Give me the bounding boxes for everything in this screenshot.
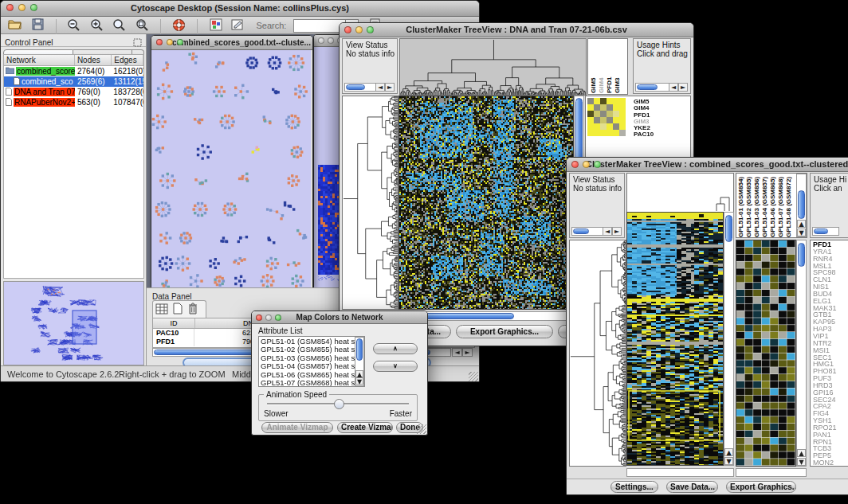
delete-attribute-icon[interactable]: [188, 303, 198, 318]
animate-vizmap-button[interactable]: Animate Vizmap: [261, 422, 333, 433]
scroll-down-arrow[interactable]: ▼: [797, 229, 806, 236]
table-mode-icon[interactable]: [155, 303, 168, 318]
zoom-out-icon[interactable]: [65, 18, 84, 36]
close-button[interactable]: [6, 4, 14, 11]
column-header[interactable]: Nodes: [75, 55, 112, 65]
tv2-global-vscrollbar[interactable]: ▲ ▼: [724, 212, 734, 466]
column-header[interactable]: Network: [4, 55, 75, 65]
tv2-column-dendrogram[interactable]: [626, 173, 734, 212]
slider-thumb[interactable]: [334, 399, 344, 409]
minimize-button[interactable]: [167, 39, 173, 45]
annotation-icon[interactable]: [229, 18, 248, 36]
scroll-thumb[interactable]: [798, 190, 805, 219]
float-panel-icon[interactable]: [133, 36, 142, 50]
network-table-row[interactable]: combined_sco2569(6)13112(15): [4, 76, 143, 87]
scroll-thumb[interactable]: [637, 84, 658, 90]
attribute-listbox[interactable]: GPL51-01 (GSM854) heat shock 05 minGPL51…: [258, 336, 365, 387]
treeview2-titlebar[interactable]: ClusterMaker TreeView : combined_scores_…: [567, 158, 848, 172]
scroll-left-arrow[interactable]: ◄: [452, 348, 462, 357]
zoom-button[interactable]: [367, 26, 374, 33]
tv2-row-dendrogram[interactable]: [569, 240, 626, 467]
move-down-button[interactable]: ∨: [373, 361, 418, 372]
tv1-similarity-matrix[interactable]: [587, 98, 626, 136]
network-table-row[interactable]: RNAPuberNov2+563(0)107847(0): [4, 97, 143, 107]
scroll-thumb[interactable]: [346, 84, 365, 90]
scroll-thumb[interactable]: [798, 243, 805, 267]
create-vizmap-button[interactable]: Create Vizmap: [337, 422, 393, 433]
network-overview-canvas[interactable]: [3, 281, 144, 365]
scroll-down-arrow[interactable]: ▼: [355, 377, 363, 385]
data-table-header-id[interactable]: ID: [153, 318, 195, 328]
tv2-global-hscrollbar[interactable]: [626, 468, 734, 477]
zoom-button[interactable]: [594, 161, 601, 168]
vizmapper-node-icon[interactable]: [206, 18, 226, 36]
scroll-up-arrow[interactable]: ▲: [355, 370, 363, 377]
tv2-collabel-vscrollbar[interactable]: ▲ ▼: [796, 174, 807, 237]
zoom-button[interactable]: [30, 4, 37, 11]
zoom-button[interactable]: [275, 315, 281, 321]
attribute-list-scrollbar[interactable]: ▲ ▼: [355, 337, 364, 386]
animation-speed-slider[interactable]: [267, 403, 409, 405]
column-header[interactable]: Edges: [112, 55, 143, 65]
scroll-left-arrow[interactable]: ◄: [603, 227, 612, 236]
resize-grip[interactable]: [417, 424, 426, 434]
minimize-button[interactable]: [355, 26, 363, 33]
open-session-icon[interactable]: [6, 18, 25, 36]
tv2-zoom-hscrollbar[interactable]: [736, 468, 807, 477]
attribute-list-item[interactable]: GPL51-07 (GSM868) heat shock 60 min: [261, 379, 363, 387]
help-lifering-icon[interactable]: [170, 18, 189, 36]
tv2-settings-button[interactable]: Settings...: [610, 481, 658, 493]
tv2-save-data-button[interactable]: Save Data...: [666, 481, 718, 493]
tv1-column-dendrogram[interactable]: [399, 38, 587, 96]
tv2-global-heatmap[interactable]: [626, 212, 724, 466]
network-table-row[interactable]: DNA and Tran 07769(0)183728(0): [4, 87, 143, 97]
scroll-right-arrow[interactable]: ►: [385, 83, 395, 92]
scroll-up-arrow[interactable]: ▲: [797, 449, 806, 457]
search-input[interactable]: [293, 19, 346, 33]
treeview1-titlebar[interactable]: ClusterMaker TreeView : DNA and Tran 07-…: [340, 23, 693, 37]
move-up-button[interactable]: ∧: [373, 343, 418, 354]
minimize-button[interactable]: [583, 161, 590, 168]
view-status-scrollbar[interactable]: [571, 227, 603, 236]
close-button[interactable]: [571, 161, 579, 168]
scroll-up-arrow[interactable]: ▲: [797, 220, 806, 228]
minimize-button[interactable]: [18, 4, 26, 11]
network-canvas[interactable]: [151, 50, 311, 287]
scroll-right-arrow[interactable]: ►: [678, 83, 688, 92]
resize-grip[interactable]: [469, 372, 478, 381]
scroll-thumb[interactable]: [814, 229, 828, 234]
zoom-button[interactable]: [177, 39, 183, 45]
tv1-export-graphics-button[interactable]: Export Graphics...: [456, 325, 553, 338]
scroll-thumb[interactable]: [356, 338, 363, 361]
dialog-titlebar[interactable]: Map Colors to Network: [252, 311, 427, 324]
tv2-zoom-vscrollbar[interactable]: ▲ ▼: [796, 240, 807, 467]
zoom-in-icon[interactable]: [88, 18, 107, 36]
zoom-fit-icon[interactable]: [133, 18, 152, 36]
close-button[interactable]: [256, 315, 262, 321]
usage-hints-scrollbar[interactable]: [812, 227, 839, 236]
new-attribute-icon[interactable]: [173, 303, 183, 318]
scroll-down-arrow[interactable]: ▼: [724, 457, 733, 465]
close-button[interactable]: [156, 39, 163, 45]
minimize-button[interactable]: [265, 315, 272, 321]
usage-hints-scrollbar[interactable]: [635, 83, 670, 92]
scroll-up-arrow[interactable]: ▲: [724, 448, 733, 456]
tv1-heatmap-canvas[interactable]: [398, 96, 574, 310]
zoom-selected-icon[interactable]: [110, 18, 129, 36]
scroll-left-arrow[interactable]: ◄: [669, 83, 678, 92]
scroll-right-arrow[interactable]: ►: [462, 348, 473, 357]
main-titlebar[interactable]: Cytoscape Desktop (Session Name: collins…: [1, 1, 479, 17]
scroll-thumb[interactable]: [573, 229, 589, 234]
tv2-zoom-heatmap[interactable]: [736, 240, 796, 467]
minimize-button[interactable]: [328, 37, 334, 44]
close-button[interactable]: [344, 26, 351, 33]
scroll-left-arrow[interactable]: ◄: [375, 83, 385, 92]
close-button[interactable]: [318, 37, 324, 44]
network-view-titlebar[interactable]: combined_scores_good.txt--cluste...: [151, 36, 312, 50]
tv2-export-graphics-button[interactable]: Export Graphics...: [726, 481, 796, 493]
scroll-down-arrow[interactable]: ▼: [797, 458, 806, 466]
scroll-thumb[interactable]: [725, 215, 732, 242]
save-session-icon[interactable]: [28, 18, 47, 36]
scroll-right-arrow[interactable]: ►: [612, 227, 622, 236]
network-table-row[interactable]: combined_scores2764(0)16218(0): [4, 66, 143, 76]
